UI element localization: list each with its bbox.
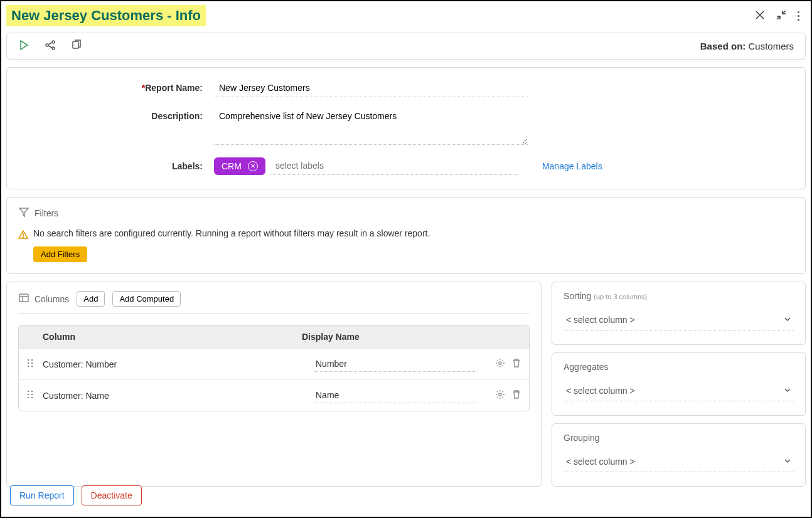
col-name: Customer: Name — [43, 391, 314, 401]
svg-point-14 — [28, 359, 29, 361]
svg-point-16 — [28, 362, 29, 364]
svg-point-10 — [23, 236, 23, 237]
add-computed-button[interactable]: Add Computed — [112, 291, 181, 307]
sorting-title: Sorting — [564, 291, 591, 301]
sorting-panel: Sorting (up to 3 columns) < select colum… — [552, 282, 806, 345]
grouping-panel: Grouping < select column > — [552, 423, 806, 487]
sorting-select[interactable]: < select column > — [564, 310, 794, 330]
sorting-placeholder: < select column > — [566, 315, 635, 325]
share-icon[interactable] — [45, 40, 56, 53]
svg-point-19 — [31, 366, 33, 367]
svg-point-23 — [28, 394, 29, 396]
deactivate-button[interactable]: Deactivate — [82, 485, 142, 505]
copy-icon[interactable] — [71, 40, 82, 53]
col-header-display: Display Name — [302, 332, 521, 342]
trash-icon[interactable] — [511, 389, 521, 401]
columns-table: Column Display Name Customer: Number Num… — [18, 325, 530, 411]
columns-panel: Columns Add Add Computed Column Display … — [6, 282, 542, 487]
table-row: Customer: Name Name — [19, 379, 529, 411]
gear-icon[interactable] — [495, 358, 505, 370]
filters-panel: Filters No search filters are configured… — [6, 197, 806, 274]
toolbar: Based on: Customers — [6, 33, 806, 60]
title-bar: New Jersey Customers - Info — [6, 5, 806, 26]
svg-point-25 — [28, 397, 29, 399]
form-panel: *Report Name: Description: Labels: CRM ✕… — [6, 67, 806, 189]
col-header-column: Column — [43, 332, 302, 342]
label-chip-text: CRM — [222, 161, 242, 171]
labels-label: Labels: — [172, 161, 203, 171]
sorting-subtitle: (up to 3 columns) — [594, 293, 647, 300]
report-name-label: Report Name: — [145, 83, 203, 93]
svg-line-7 — [48, 46, 52, 48]
svg-point-17 — [31, 362, 33, 364]
svg-point-15 — [31, 359, 33, 361]
columns-layout-icon — [18, 292, 29, 305]
chevron-down-icon — [784, 457, 791, 467]
svg-line-6 — [48, 43, 52, 45]
run-report-button[interactable]: Run Report — [10, 485, 74, 505]
description-input[interactable] — [214, 107, 528, 145]
report-name-input[interactable] — [214, 79, 528, 97]
add-column-button[interactable]: Add — [77, 291, 105, 307]
manage-labels-link[interactable]: Manage Labels — [542, 161, 602, 171]
add-filters-button[interactable]: Add Filters — [33, 246, 87, 262]
label-chip-crm: CRM ✕ — [214, 157, 265, 175]
labels-input[interactable] — [270, 157, 518, 175]
drag-handle-icon[interactable] — [26, 359, 43, 369]
chevron-down-icon — [784, 315, 791, 325]
svg-point-27 — [499, 393, 501, 396]
based-on-label: Based on: — [700, 41, 746, 51]
svg-point-26 — [31, 397, 33, 399]
aggregates-title: Aggregates — [564, 362, 794, 372]
description-label: Description: — [151, 111, 203, 121]
run-icon[interactable] — [18, 40, 29, 53]
filter-icon — [18, 206, 29, 219]
svg-point-4 — [52, 41, 55, 43]
collapse-icon[interactable] — [776, 10, 786, 22]
aggregates-select[interactable]: < select column > — [564, 381, 794, 401]
svg-point-21 — [28, 391, 29, 393]
svg-marker-2 — [21, 41, 28, 50]
filters-warning-text: No search filters are configured current… — [33, 228, 430, 238]
page-title: New Jersey Customers - Info — [6, 5, 206, 26]
columns-title: Columns — [35, 294, 69, 304]
filters-title: Filters — [35, 208, 58, 218]
svg-point-24 — [31, 394, 33, 396]
svg-point-18 — [28, 366, 29, 367]
svg-rect-11 — [19, 294, 28, 302]
chevron-down-icon — [784, 386, 791, 396]
col-display-input[interactable]: Name — [314, 388, 478, 403]
svg-point-3 — [46, 44, 48, 46]
svg-point-22 — [31, 391, 33, 393]
grouping-select[interactable]: < select column > — [564, 452, 794, 472]
based-on: Based on: Customers — [700, 41, 794, 51]
grouping-placeholder: < select column > — [566, 457, 635, 467]
table-row: Customer: Number Number — [19, 348, 529, 379]
close-icon[interactable] — [755, 10, 765, 22]
svg-point-20 — [499, 362, 501, 364]
more-menu-icon[interactable] — [798, 11, 799, 21]
svg-point-5 — [52, 47, 55, 50]
col-name: Customer: Number — [43, 359, 314, 369]
warning-icon — [18, 230, 28, 241]
drag-handle-icon[interactable] — [26, 390, 43, 401]
remove-label-icon[interactable]: ✕ — [248, 161, 258, 171]
trash-icon[interactable] — [511, 358, 521, 370]
gear-icon[interactable] — [495, 389, 505, 401]
based-on-value: Customers — [748, 41, 794, 51]
col-display-input[interactable]: Number — [314, 356, 478, 372]
aggregates-panel: Aggregates < select column > — [552, 352, 806, 416]
svg-rect-8 — [73, 41, 78, 48]
aggregates-placeholder: < select column > — [566, 386, 635, 396]
grouping-title: Grouping — [564, 433, 794, 443]
